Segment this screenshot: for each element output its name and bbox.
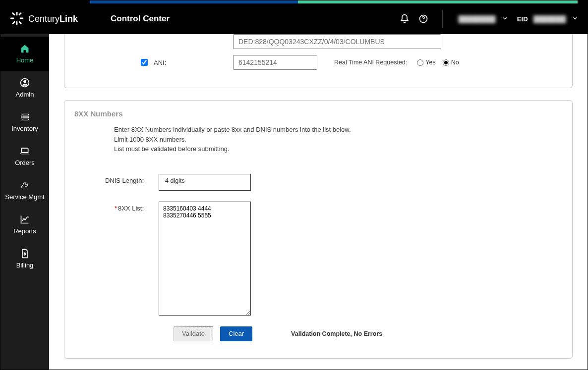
8xx-list-label: *8XX List: (74, 202, 159, 212)
sidebar-item-home[interactable]: Home (0, 37, 49, 71)
8xx-numbers-panel: 8XX Numbers Enter 8XX Numbers individual… (64, 100, 573, 359)
svg-rect-2 (10, 17, 14, 19)
svg-rect-17 (23, 119, 29, 120)
app-title: Control Center (111, 14, 170, 24)
radio-icon (443, 59, 449, 66)
svg-rect-19 (21, 153, 29, 154)
sidebar-item-label: Home (16, 57, 34, 64)
upper-panel: ANI: Real Time ANI Requested: Yes No (64, 34, 573, 88)
bell-icon[interactable] (400, 14, 410, 24)
sidebar-item-label: Inventory (11, 125, 38, 133)
svg-rect-0 (16, 11, 18, 15)
eid-menu[interactable]: EID ███████ (517, 15, 579, 23)
radio-no-label: No (451, 59, 459, 66)
top-bar: CenturyLink Control Center ████████ EID … (0, 3, 588, 34)
svg-point-9 (423, 21, 423, 21)
svg-text:$: $ (24, 251, 26, 256)
sidebar-item-label: Admin (16, 91, 34, 99)
sidebar-item-label: Service Mgmt (5, 194, 44, 201)
svg-rect-13 (23, 114, 29, 115)
svg-rect-3 (20, 17, 24, 19)
sidebar-item-billing[interactable]: $ Billing (0, 242, 49, 276)
wrench-icon (19, 180, 30, 191)
validation-message: Validation Complete, No Errors (291, 330, 382, 337)
chevron-down-icon (572, 15, 579, 23)
ani-field[interactable] (233, 55, 317, 70)
clear-button[interactable]: Clear (220, 326, 252, 341)
chart-icon (19, 214, 30, 225)
eid-value-masked: ███████ (532, 15, 568, 23)
brand-text: CenturyLink (28, 14, 78, 24)
dnis-length-value[interactable]: 4 digits (159, 174, 251, 191)
panel-title: 8XX Numbers (74, 109, 562, 118)
svg-rect-4 (12, 12, 15, 15)
sidebar: Home Admin Inventory Orders Service Mgmt (0, 34, 49, 370)
ani-label: ANI: (154, 59, 233, 66)
dnis-length-label: DNIS Length: (74, 174, 159, 184)
laptop-icon (19, 146, 30, 157)
sidebar-item-service-mgmt[interactable]: Service Mgmt (0, 174, 49, 208)
user-menu[interactable]: ████████ (457, 15, 508, 23)
radio-yes[interactable]: Yes (417, 59, 435, 66)
vertical-divider (442, 10, 443, 28)
sidebar-item-orders[interactable]: Orders (0, 140, 49, 174)
svg-rect-1 (16, 21, 18, 25)
svg-rect-16 (21, 119, 23, 120)
svg-rect-18 (21, 148, 28, 152)
radio-yes-label: Yes (425, 59, 435, 66)
user-circle-icon (19, 77, 30, 88)
eid-label: EID (517, 15, 528, 23)
main-content: ANI: Real Time ANI Requested: Yes No (49, 34, 588, 370)
sidebar-item-label: Orders (15, 159, 35, 167)
sidebar-item-admin[interactable]: Admin (0, 71, 49, 106)
instruction-line: List must be validated before submitting… (114, 144, 562, 154)
svg-rect-14 (21, 116, 23, 118)
brand-logo[interactable]: CenturyLink (9, 11, 104, 27)
starburst-icon (9, 11, 24, 27)
svg-rect-5 (18, 21, 22, 24)
top-accent-strip (0, 0, 588, 3)
sidebar-item-inventory[interactable]: Inventory (0, 106, 49, 140)
instruction-line: Limit 1000 8XX numbers. (114, 135, 562, 145)
user-name-masked: ████████ (457, 15, 497, 23)
sidebar-item-label: Reports (13, 228, 36, 235)
svg-rect-12 (21, 114, 23, 115)
radio-icon (417, 59, 423, 66)
list-icon (19, 111, 30, 122)
sidebar-item-label: Billing (16, 262, 34, 269)
sidebar-item-reports[interactable]: Reports (0, 208, 49, 242)
radio-no[interactable]: No (443, 59, 459, 66)
home-icon (19, 43, 30, 54)
ani-checkbox[interactable] (141, 59, 148, 66)
svg-rect-6 (18, 12, 22, 15)
instructions: Enter 8XX Numbers individually or paste … (114, 125, 562, 154)
realtime-ani-label: Real Time ANI Requested: (334, 59, 407, 66)
8xx-list-textarea[interactable] (159, 202, 251, 316)
instruction-line: Enter 8XX Numbers individually or paste … (114, 125, 562, 135)
validate-button[interactable]: Validate (174, 326, 213, 341)
invoice-icon: $ (19, 248, 30, 259)
ded-field[interactable] (233, 34, 441, 49)
svg-point-11 (24, 80, 26, 83)
chevron-down-icon (501, 15, 508, 23)
svg-rect-15 (23, 116, 29, 118)
svg-rect-7 (12, 21, 15, 24)
help-icon[interactable] (418, 14, 428, 24)
